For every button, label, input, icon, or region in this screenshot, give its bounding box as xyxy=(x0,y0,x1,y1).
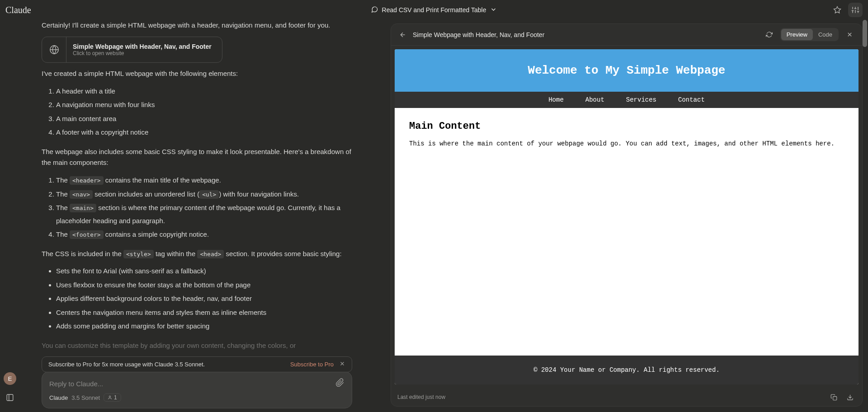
conversation-title[interactable]: Read CSV and Print Formatted Table xyxy=(371,6,497,14)
components-list: The <header> contains the main title of … xyxy=(56,174,352,241)
code-inline: <footer> xyxy=(70,230,104,239)
svg-marker-0 xyxy=(834,7,841,13)
code-inline: <style> xyxy=(123,250,154,258)
elements-list: A header with a title A navigation menu … xyxy=(56,85,352,139)
chat-icon xyxy=(371,6,378,14)
svg-rect-10 xyxy=(7,394,13,401)
last-edited-text: Last edited just now xyxy=(397,394,445,400)
message-input[interactable]: Reply to Claude... Claude 3.5 Sonnet 1 xyxy=(42,371,352,408)
user-avatar[interactable]: E xyxy=(4,372,16,385)
list-item: The <header> contains the main title of … xyxy=(56,174,352,187)
upsell-text: Subscribe to Pro for 5x more usage with … xyxy=(48,361,205,368)
artifact-card-title: Simple Webpage with Header, Nav, and Foo… xyxy=(73,43,212,50)
chevron-down-icon xyxy=(490,6,497,14)
preview-main-text: This is where the main content of your w… xyxy=(409,140,844,147)
preview-tab[interactable]: Preview xyxy=(781,29,813,40)
list-item: Centers the navigation menu items and st… xyxy=(56,306,352,319)
scrollbar[interactable] xyxy=(863,20,867,412)
artifact-card-subtitle: Click to open website xyxy=(73,50,212,56)
svg-point-16 xyxy=(109,396,110,397)
preview-main: Main Content This is where the main cont… xyxy=(395,108,859,356)
list-item: A header with a title xyxy=(56,85,352,98)
assistant-text: I've created a simple HTML webpage with … xyxy=(42,68,352,80)
styling-list: Sets the font to Arial (with sans-serif … xyxy=(56,265,352,333)
preview-header: Welcome to My Simple Webpage xyxy=(395,49,859,92)
preview-frame: Welcome to My Simple Webpage Home About … xyxy=(395,49,859,384)
list-item: The <nav> section includes an unordered … xyxy=(56,188,352,201)
settings-button[interactable] xyxy=(848,3,863,17)
download-button[interactable] xyxy=(844,391,856,403)
globe-icon xyxy=(42,37,66,62)
refresh-button[interactable] xyxy=(763,28,776,41)
assistant-text: The webpage also includes some basic CSS… xyxy=(42,146,352,169)
list-item: Uses flexbox to ensure the footer stays … xyxy=(56,279,352,292)
view-toggle: Preview Code xyxy=(780,28,839,41)
preview-nav-item[interactable]: Services xyxy=(626,96,656,103)
list-item: The <footer> contains a simple copyright… xyxy=(56,228,352,241)
code-inline: <nav> xyxy=(70,190,93,199)
assistant-text: You can customize this template by addin… xyxy=(42,340,352,351)
copy-button[interactable] xyxy=(828,391,840,403)
preview-nav-item[interactable]: Home xyxy=(548,96,564,103)
subscribe-link[interactable]: Subscribe to Pro xyxy=(290,361,334,368)
sidebar-toggle-button[interactable] xyxy=(3,390,17,405)
assistant-text: Certainly! I'll create a simple HTML web… xyxy=(42,20,352,31)
assistant-text: The CSS is included in the <style> tag w… xyxy=(42,248,352,260)
list-item: A main content area xyxy=(56,112,352,126)
list-item: A footer with a copyright notice xyxy=(56,126,352,139)
code-tab[interactable]: Code xyxy=(813,29,838,40)
app-logo[interactable]: Claude xyxy=(5,5,31,15)
list-item: A navigation menu with four links xyxy=(56,98,352,112)
attachment-icon[interactable] xyxy=(335,378,344,389)
upsell-banner: Subscribe to Pro for 5x more usage with … xyxy=(42,356,352,372)
star-button[interactable] xyxy=(830,3,844,17)
list-item: The <main> section is where the primary … xyxy=(56,201,352,227)
close-icon[interactable] xyxy=(339,360,345,368)
artifact-panel-title: Simple Webpage with Header, Nav, and Foo… xyxy=(413,31,759,38)
attachment-count[interactable]: 1 xyxy=(104,393,121,402)
back-button[interactable] xyxy=(397,29,408,40)
input-placeholder: Reply to Claude... xyxy=(49,380,103,388)
list-item: Sets the font to Arial (with sans-serif … xyxy=(56,265,352,278)
svg-rect-20 xyxy=(833,396,836,400)
preview-nav-item[interactable]: About xyxy=(585,96,604,103)
preview-main-heading: Main Content xyxy=(409,121,844,132)
code-inline: <head> xyxy=(197,250,224,258)
model-name[interactable]: Claude xyxy=(49,394,68,401)
list-item: Adds some padding and margins for better… xyxy=(56,320,352,333)
code-inline: <main> xyxy=(70,204,96,212)
code-inline: <header> xyxy=(70,176,104,185)
artifact-panel: Simple Webpage with Header, Nav, and Foo… xyxy=(391,23,863,407)
preview-footer: © 2024 Your Name or Company. All rights … xyxy=(395,356,859,384)
close-button[interactable] xyxy=(843,28,856,41)
preview-nav: Home About Services Contact xyxy=(395,92,859,108)
code-inline: <ul> xyxy=(199,190,219,199)
scrollbar-thumb[interactable] xyxy=(863,20,867,47)
artifact-card[interactable]: Simple Webpage with Header, Nav, and Foo… xyxy=(42,37,222,63)
model-version: 3.5 Sonnet xyxy=(71,394,100,401)
list-item: Applies different background colors to t… xyxy=(56,292,352,305)
conversation-title-text: Read CSV and Print Formatted Table xyxy=(382,6,486,14)
preview-nav-item[interactable]: Contact xyxy=(678,96,705,103)
